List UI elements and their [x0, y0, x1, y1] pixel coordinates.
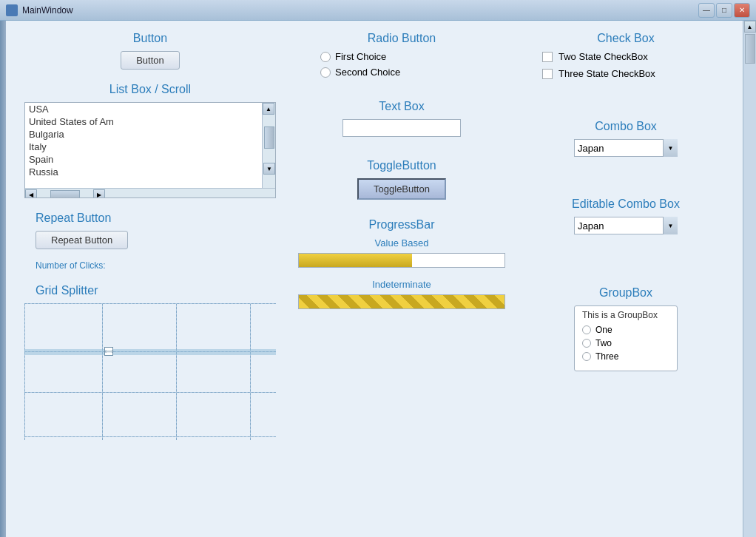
groupbox-section: GroupBox This is a GroupBox One Two Thre…	[527, 286, 724, 371]
button-section: Button Button	[24, 32, 276, 70]
indeterminate-label: Indeterminate	[298, 279, 505, 290]
radio-section-title: Radio Button	[298, 32, 505, 45]
combobox-section: Combo Box ▼	[527, 120, 724, 157]
progressbar-section-title: ProgressBar	[298, 218, 505, 232]
groupbox-option-3: Three	[595, 351, 618, 362]
radio-circle	[320, 52, 331, 62]
repeat-button-section: Repeat Button Repeat Button Number of Cl…	[24, 212, 276, 271]
splitter-highlight	[24, 349, 276, 355]
progressbar-fill	[299, 254, 412, 267]
groupbox-radio-circle-2	[582, 339, 591, 348]
checkbox-label-1: Two State CheckBox	[558, 51, 648, 62]
groupbox: This is a GroupBox One Two Three	[574, 305, 678, 371]
column-3: Check Box Two State CheckBox Three State…	[516, 28, 735, 530]
list-item[interactable]: Spain	[25, 153, 275, 166]
splitter-handle[interactable]: ⟺	[104, 347, 113, 356]
list-item[interactable]: Bulgaria	[25, 128, 275, 141]
repeat-button[interactable]: Repeat Button	[36, 231, 128, 249]
grid-splitter-title: Grid Splitter	[24, 284, 276, 297]
radio-label-2: Second Choice	[335, 67, 400, 78]
hscrollbar-right-btn[interactable]: ▶	[93, 189, 105, 199]
repeat-button-title: Repeat Button	[24, 212, 276, 225]
toggle-section-title: ToggleButton	[298, 159, 505, 172]
checkbox-label-2: Three State CheckBox	[558, 68, 655, 79]
toggle-section: ToggleButton ToggleButton	[298, 159, 505, 200]
progressbar-indeterminate-fill	[299, 295, 504, 308]
groupbox-label: This is a GroupBox	[582, 310, 669, 320]
hscrollbar-left-btn[interactable]: ◀	[25, 189, 37, 199]
grid-line-v	[24, 303, 25, 440]
content-area: Button Button List Box / Scroll USA Unit…	[6, 21, 743, 537]
left-accent	[0, 21, 6, 537]
groupbox-radio-circle-1	[582, 325, 591, 334]
list-item[interactable]: United States of Am	[25, 115, 275, 128]
maximize-button[interactable]: □	[716, 3, 732, 18]
list-item[interactable]: Italy	[25, 141, 275, 153]
radio-section: Radio Button First Choice Second Choice	[298, 32, 505, 78]
minimize-button[interactable]: —	[698, 3, 715, 18]
button-section-title: Button	[24, 32, 276, 45]
grid-splitter-area: ⟺	[24, 303, 276, 440]
editable-combobox-section: Editable Combo Box ▼	[527, 197, 724, 234]
checkbox-box-1	[542, 52, 553, 62]
listbox-vscrollbar[interactable]: ▲ ▼	[262, 103, 275, 188]
radio-circle	[320, 67, 331, 78]
groupbox-radio-circle-3	[582, 352, 591, 361]
radio-label-1: First Choice	[335, 51, 386, 62]
groupbox-option-1: One	[595, 325, 612, 335]
titlebar: MainWindow — □ ✕	[0, 0, 756, 21]
grid-line-h	[24, 392, 276, 393]
checkbox-option-2[interactable]: Three State CheckBox	[527, 68, 724, 79]
list-item[interactable]: USA	[25, 103, 275, 115]
groupbox-radio-3[interactable]: Three	[582, 351, 669, 362]
groupbox-option-2: Two	[595, 338, 612, 348]
hscrollbar-thumb[interactable]	[50, 190, 80, 199]
scrollbar-thumb[interactable]	[264, 126, 274, 149]
column-1: Button Button List Box / Scroll USA Unit…	[13, 28, 287, 530]
list-item[interactable]: Russia	[25, 166, 275, 178]
listbox[interactable]: USA United States of Am Bulgaria Italy S…	[24, 102, 276, 198]
listbox-section: List Box / Scroll USA United States of A…	[24, 83, 276, 198]
checkbox-section: Check Box Two State CheckBox Three State…	[527, 32, 724, 79]
button[interactable]: Button	[121, 51, 180, 70]
editable-combobox-wrapper: ▼	[574, 217, 678, 234]
checkbox-option-1[interactable]: Two State CheckBox	[527, 51, 724, 62]
grid-line-v	[176, 303, 177, 440]
textbox-section: Text Box	[298, 100, 505, 137]
listbox-hscrollbar[interactable]: ◀ ▶	[25, 188, 275, 198]
editable-combobox-section-title: Editable Combo Box	[527, 197, 724, 211]
checkbox-box-2	[542, 69, 553, 79]
value-based-label: Value Based	[298, 237, 505, 249]
groupbox-radio-1[interactable]: One	[582, 325, 669, 335]
toggle-button[interactable]: ToggleButton	[357, 178, 446, 200]
checkbox-section-title: Check Box	[527, 32, 724, 45]
radio-option-2[interactable]: Second Choice	[298, 67, 505, 78]
main-content: Button Button List Box / Scroll USA Unit…	[0, 21, 756, 537]
window-title: MainWindow	[22, 5, 698, 16]
text-input[interactable]	[342, 119, 461, 137]
groupbox-radio-2[interactable]: Two	[582, 338, 669, 348]
clicks-label: Number of Clicks:	[24, 260, 276, 271]
titlebar-controls: — □ ✕	[698, 3, 750, 18]
listbox-inner: USA United States of Am Bulgaria Italy S…	[25, 103, 275, 188]
combobox-input[interactable]	[574, 139, 678, 157]
groupbox-section-title: GroupBox	[527, 286, 724, 300]
window-icon	[6, 4, 18, 16]
combobox-section-title: Combo Box	[527, 120, 724, 133]
grid-line-h	[24, 436, 276, 437]
scrollbar-up-btn[interactable]: ▲	[263, 103, 274, 115]
grid-line-h	[24, 303, 276, 304]
listbox-section-title: List Box / Scroll	[24, 83, 276, 96]
editable-combobox-input[interactable]	[574, 217, 678, 234]
scrollbar-down-btn[interactable]: ▼	[263, 163, 275, 175]
radio-option-1[interactable]: First Choice	[298, 51, 505, 62]
grid-line-v	[102, 303, 103, 440]
scrollbar-up[interactable]: ▲	[744, 21, 756, 33]
close-button[interactable]: ✕	[734, 3, 750, 18]
grid-splitter-section: Grid Splitter ⟺	[24, 284, 276, 440]
progressbar-indeterminate	[298, 294, 505, 309]
column-2: Radio Button First Choice Second Choice …	[287, 28, 516, 530]
combobox-wrapper: ▼	[574, 139, 678, 157]
scrollbar-thumb[interactable]	[745, 34, 755, 64]
textbox-section-title: Text Box	[298, 100, 505, 113]
